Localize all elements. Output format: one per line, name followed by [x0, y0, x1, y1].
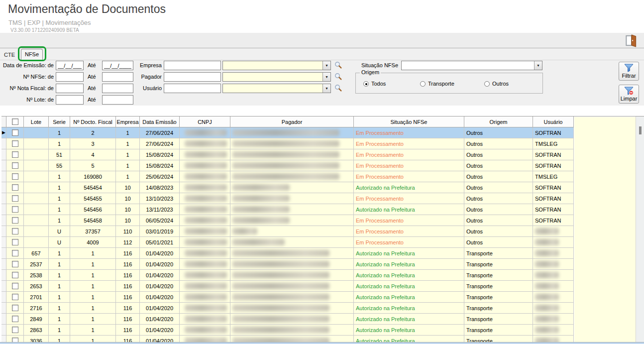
lote-de-input[interactable]	[56, 95, 84, 105]
row-indicator-cell	[1, 182, 6, 193]
row-checkbox[interactable]	[12, 195, 18, 202]
pagador-code-input[interactable]	[164, 72, 221, 82]
table-row[interactable]: 15454581006/05/2024Em ProcessamentoOutro…	[1, 215, 644, 226]
chevron-down-icon[interactable]: ▼	[534, 61, 542, 70]
row-checkbox[interactable]	[12, 228, 18, 234]
grid-cell-usuario: SOFTRAN	[533, 127, 574, 138]
usuario-code-input[interactable]	[164, 84, 221, 93]
table-row[interactable]: 15454541014/08/2023Autorizado na Prefeit…	[1, 182, 644, 193]
filtrar-button[interactable]: Filtrar	[619, 62, 639, 81]
window-bottom-border	[0, 342, 644, 344]
origem-radio-todos[interactable]: Todos	[363, 80, 386, 87]
table-row[interactable]: 6571111601/04/2020Autorizado na Prefeitu…	[1, 248, 644, 259]
table-row[interactable]: 514115/08/2024Em ProcessamentoOutrosSOFT…	[1, 149, 644, 160]
grid-cell-origem: Transporte	[464, 325, 533, 336]
origem-radio-transporte[interactable]: Transporte	[420, 80, 454, 87]
redacted-blur	[185, 272, 227, 278]
grid-header-cell: Situação NFSe	[354, 116, 464, 127]
grid-cell-serie: 1	[49, 325, 70, 336]
grid-cell-situacao: Autorizado na Prefeitura	[354, 292, 464, 303]
grid-cell-data: 03/01/2019	[140, 226, 180, 237]
origem-radio-outros[interactable]: Outros	[484, 80, 509, 87]
row-checkbox[interactable]	[12, 272, 18, 278]
row-checkbox[interactable]	[12, 140, 18, 147]
row-checkbox[interactable]	[12, 283, 18, 289]
redacted-blur	[185, 239, 227, 245]
grid-cell-situacao: Em Processamento	[354, 171, 464, 182]
empresa-combo[interactable]: ▼	[222, 61, 331, 70]
select-all-checkbox[interactable]	[12, 118, 18, 125]
chevron-down-icon[interactable]: ▼	[322, 84, 330, 93]
data-emissao-de-input[interactable]	[56, 61, 84, 70]
table-row[interactable]: 27161111601/04/2020Autorizado na Prefeit…	[1, 303, 644, 314]
row-checkbox[interactable]	[12, 261, 18, 267]
chevron-down-icon[interactable]: ▼	[322, 61, 330, 70]
nfse-de-input[interactable]	[56, 72, 84, 82]
table-row[interactable]: 26531111601/04/2020Autorizado na Prefeit…	[1, 281, 644, 292]
row-checkbox[interactable]	[12, 173, 18, 180]
grid-cell-docto: 37357	[70, 226, 116, 237]
tab-cte[interactable]: CTE	[1, 50, 18, 60]
grid-header-row: LoteSerieNº Docto. FiscalEmpresaData Emi…	[1, 116, 644, 127]
grid-cell-empresa: 116	[116, 281, 140, 292]
grid-cell-cnpj	[180, 325, 230, 336]
vertical-scrollbar[interactable]	[636, 116, 644, 344]
situacao-nfse-dropdown[interactable]: ▼	[401, 61, 542, 70]
grid-cell-lote	[24, 127, 49, 138]
table-row[interactable]: 15454561013/11/2023Autorizado na Prefeit…	[1, 204, 644, 215]
row-checkbox[interactable]	[12, 327, 18, 333]
grid-cell-pagador	[230, 314, 354, 325]
pagador-search-button[interactable]	[334, 73, 342, 81]
table-row[interactable]: 1169080125/06/2024Em ProcessamentoOutros…	[1, 171, 644, 182]
table-row[interactable]: 25381111601/04/2020Autorizado na Prefeit…	[1, 270, 644, 281]
row-checkbox[interactable]	[12, 217, 18, 224]
grid-cell-docto: 3	[70, 138, 116, 149]
empresa-search-button[interactable]	[334, 61, 342, 69]
row-checkbox-cell	[6, 215, 24, 226]
grid-cell-empresa: 1	[116, 171, 140, 182]
exit-button[interactable]	[624, 34, 638, 47]
table-row[interactable]: 13127/06/2024Em ProcessamentoOutrosTMSLE…	[1, 138, 644, 149]
row-checkbox[interactable]	[12, 184, 18, 191]
row-checkbox[interactable]	[12, 239, 18, 245]
grid-cell-lote	[24, 226, 49, 237]
table-row[interactable]: U400911205/01/2021Em ProcessamentoOutros	[1, 237, 644, 248]
grid-cell-cnpj	[180, 270, 230, 281]
breadcrumb: TMS | EXP | Movimentações	[8, 19, 91, 26]
grid-cell-origem: Transporte	[464, 303, 533, 314]
grid-cell-lote: 2716	[24, 303, 49, 314]
row-checkbox[interactable]	[12, 151, 18, 158]
empresa-code-input[interactable]	[164, 61, 221, 70]
row-checkbox[interactable]	[12, 162, 18, 169]
table-row[interactable]: 27011111601/04/2020Autorizado na Prefeit…	[1, 292, 644, 303]
chevron-down-icon[interactable]: ▼	[322, 73, 330, 81]
grid-cell-serie: 1	[49, 193, 70, 204]
grid-cell-serie: 1	[49, 303, 70, 314]
radio-icon	[484, 81, 490, 87]
table-row[interactable]: ▶12127/06/2024Em ProcessamentoOutrosSOFT…	[1, 127, 644, 138]
table-row[interactable]: 25371111601/04/2020Autorizado na Prefeit…	[1, 259, 644, 270]
redacted-blur	[535, 228, 559, 234]
redacted-blur	[232, 151, 339, 158]
table-row[interactable]: 28631111601/04/2020Autorizado na Prefeit…	[1, 325, 644, 336]
usuario-combo[interactable]: ▼	[222, 84, 331, 93]
limpar-button[interactable]: Limpar	[619, 85, 639, 104]
nota-fiscal-de-input[interactable]	[56, 84, 84, 93]
table-row[interactable]: 28491111601/04/2020Autorizado na Prefeit…	[1, 314, 644, 325]
table-row[interactable]: 555115/08/2024Em ProcessamentoOutrosSOFT…	[1, 160, 644, 171]
table-row[interactable]: U3735711003/01/2019Em ProcessamentoOutro…	[1, 226, 644, 237]
pagador-combo[interactable]: ▼	[222, 72, 331, 82]
scrollbar-thumb[interactable]	[639, 126, 642, 134]
row-checkbox[interactable]	[12, 206, 18, 213]
tab-nfse[interactable]: NFSe	[21, 49, 43, 60]
search-icon	[334, 84, 342, 92]
row-checkbox[interactable]	[12, 250, 18, 256]
row-checkbox[interactable]	[12, 129, 18, 136]
lote-ate-input[interactable]	[102, 95, 133, 105]
row-checkbox[interactable]	[12, 294, 18, 300]
usuario-search-button[interactable]	[334, 84, 342, 92]
table-row[interactable]: 15454551013/10/2023Em ProcessamentoOutro…	[1, 193, 644, 204]
redacted-blur	[232, 173, 339, 180]
row-checkbox[interactable]	[12, 316, 18, 322]
row-checkbox[interactable]	[12, 305, 18, 311]
